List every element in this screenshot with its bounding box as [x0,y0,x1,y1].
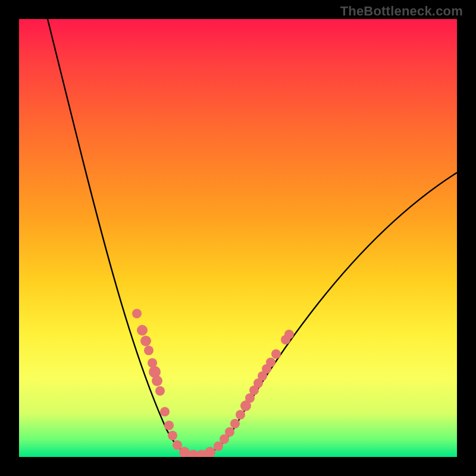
data-marker [236,410,245,419]
data-marker [271,349,281,359]
data-marker [173,440,182,450]
data-marker [225,427,234,437]
data-marker [168,431,177,440]
chart-frame: TheBottleneck.com [0,0,476,476]
data-marker [284,330,294,339]
data-marker [160,407,170,416]
data-marker [266,358,275,367]
data-marker [155,386,165,396]
data-marker [205,447,215,457]
plot-area [19,19,457,457]
data-marker [230,419,240,428]
data-marker [152,375,162,386]
data-marker [144,346,154,355]
watermark-text: TheBottleneck.com [340,4,463,19]
marker-layer [132,309,294,457]
data-marker [132,309,142,318]
data-marker [137,325,148,336]
chart-svg [19,19,457,457]
data-marker [140,336,151,346]
data-marker [164,421,174,430]
